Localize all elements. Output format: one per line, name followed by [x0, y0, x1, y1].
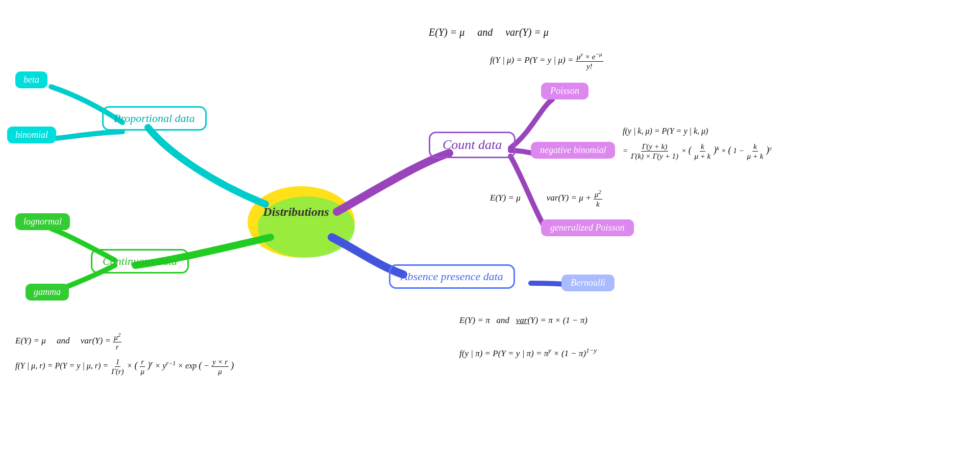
gamma-pmf: f(Y | μ, r) = P(Y = y | μ, r) = 1 Γ(r) ×… [15, 357, 234, 376]
bernoulli-label: Bernoulli [571, 278, 605, 288]
lognormal-label: lognormal [23, 216, 62, 227]
gamma-node: gamma [26, 284, 69, 301]
poisson-label: Poisson [550, 86, 579, 96]
bernoulli-pmf: f(y | π) = P(Y = y | π) = πy × (1 − π)1−… [459, 347, 597, 359]
continuous-data-node: Continuous data [91, 249, 189, 273]
genpoisson-node: generalized Poisson [541, 219, 634, 236]
binomial-label: binomial [15, 130, 48, 140]
poisson-node: Poisson [541, 83, 589, 99]
count-label: Count data [443, 137, 502, 152]
center-label: Distributions [263, 205, 329, 219]
bernoulli-node: Bernoulli [561, 275, 615, 291]
proportional-data-node: Proportional data [102, 106, 207, 131]
proportional-label: Proportional data [114, 112, 195, 125]
lognormal-node: lognormal [15, 213, 70, 230]
negbinom-pmf-label: f(y | k, μ) = P(Y = y | k, μ) [623, 127, 708, 136]
center-node: Distributions [245, 179, 347, 245]
poisson-pmf: f(Y | μ) = P(Y = y | μ) = μy × e−μ y! [490, 51, 603, 71]
continuous-label: Continuous data [103, 255, 177, 267]
binomial-node: binomial [7, 127, 56, 143]
bernoulli-moments: E(Y) = π and var(Y) = π × (1 − π) [459, 315, 587, 326]
negbinom-node: negative binomial [531, 142, 615, 159]
gamma-moments: E(Y) = μ and var(Y) = μ2 r [15, 332, 121, 352]
negbinom-pmf: = Γ(y + k) Γ(k) × Γ(y + 1) × ( k μ + k )… [623, 142, 772, 161]
poisson-moments: E(Y) = μ and var(Y) = μ [429, 27, 549, 38]
gamma-label: gamma [34, 287, 61, 297]
beta-node: beta [15, 71, 47, 88]
genpoisson-label: generalized Poisson [550, 222, 625, 233]
negbinom-moments: E(Y) = μ var(Y) = μ + μ2 k [490, 189, 602, 209]
beta-label: beta [23, 74, 39, 85]
absence-node: Absence presence data [389, 264, 515, 289]
absence-label: Absence presence data [401, 270, 503, 283]
negbinom-label: negative binomial [540, 145, 606, 155]
count-data-node: Count data [429, 132, 516, 158]
